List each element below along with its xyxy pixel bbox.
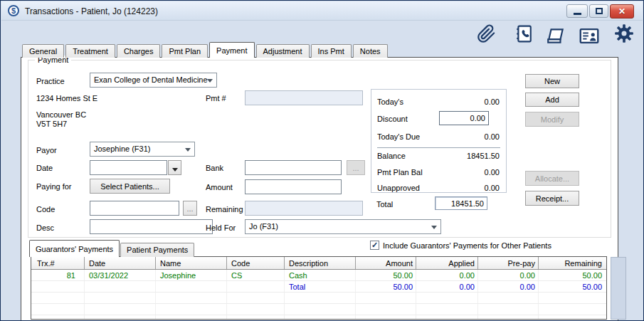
col-date[interactable]: Date — [85, 257, 156, 269]
maximize-button[interactable] — [589, 4, 608, 18]
date-field[interactable] — [90, 160, 167, 175]
table-row-empty — [31, 304, 606, 315]
tab-general[interactable]: General — [22, 44, 64, 58]
tab-guarantors-payments[interactable]: Guarantors' Payments — [29, 240, 120, 257]
contact-card-icon — [579, 27, 599, 45]
dollar-circle-icon: $ — [8, 5, 19, 16]
cell-description: Cash — [285, 270, 356, 280]
tab-charges[interactable]: Charges — [117, 44, 161, 58]
cell-date: 03/31/2022 — [85, 270, 156, 280]
col-remaining[interactable]: Remaining — [539, 257, 606, 269]
paying-for-label: Paying for — [36, 182, 72, 191]
receipt-button[interactable]: Receipt... — [525, 191, 579, 206]
cell-amount: 50.00 — [356, 270, 416, 280]
close-button[interactable]: ✕ — [610, 4, 634, 19]
minimize-button[interactable] — [566, 4, 588, 18]
maximize-icon — [596, 8, 603, 14]
cell-applied: 0.00 — [416, 270, 478, 280]
code-field[interactable] — [90, 201, 179, 216]
address-line1: 1234 Homes St E — [36, 94, 97, 102]
todays-due-label: Today's Due — [377, 132, 420, 141]
ledger-button[interactable] — [546, 26, 566, 46]
add-button[interactable]: Add — [525, 93, 579, 107]
main-tab-strip: General Treatment Charges Pmt Plan Payme… — [22, 42, 389, 58]
discount-label: Discount — [377, 115, 408, 123]
col-description[interactable]: Description — [285, 257, 356, 269]
table-scrollbar[interactable] — [611, 257, 626, 320]
cell-applied: 0.00 — [416, 281, 478, 292]
col-applied[interactable]: Applied — [416, 257, 478, 269]
paperclip-icon — [477, 24, 496, 43]
balance-value: 18451.50 — [467, 152, 500, 160]
settings-button[interactable] — [614, 23, 634, 43]
balance-label: Balance — [377, 152, 406, 160]
held-for-value: Jo (F31) — [249, 222, 278, 231]
select-patients-button[interactable]: Select Patients... — [90, 179, 170, 194]
cell-date — [85, 281, 156, 292]
total-value: 18451.50 — [435, 196, 487, 210]
held-for-label: Held For — [206, 223, 236, 232]
cell-amount: 50.00 — [356, 281, 416, 292]
bank-field[interactable] — [245, 160, 342, 175]
include-guarantors-label: Include Guarantors' Payments for Other P… — [383, 241, 551, 250]
col-name[interactable]: Name — [156, 257, 227, 269]
desc-field[interactable] — [90, 219, 213, 234]
col-prepay[interactable]: Pre-pay — [478, 257, 539, 269]
payments-table[interactable]: Trx.# Date Name Code Description Amount … — [31, 256, 607, 320]
table-total-row: Total 50.00 0.00 0.00 50.00 — [31, 281, 606, 293]
title-bar[interactable]: $ Transactions - Patient, Jo (124223) ✕ — [1, 1, 643, 21]
tab-payment[interactable]: Payment — [209, 42, 254, 58]
date-label: Date — [36, 164, 53, 172]
tab-treatment[interactable]: Treatment — [65, 44, 115, 58]
todays-value: 0.00 — [485, 98, 500, 106]
table-row[interactable]: 81 03/31/2022 Josephine CS Cash 50.00 0.… — [31, 270, 606, 281]
practice-value: Exan College of Dental Medicine — [94, 75, 208, 84]
pmt-plan-bal-value: 0.00 — [485, 168, 500, 177]
col-code[interactable]: Code — [227, 257, 285, 269]
col-trx[interactable]: Trx.# — [31, 257, 85, 269]
cell-remaining: 50.00 — [539, 270, 606, 280]
held-for-select[interactable]: Jo (F31) — [245, 219, 441, 234]
bank-browse-button: ... — [347, 160, 365, 175]
chevron-down-icon — [185, 148, 191, 152]
cell-prepay: 0.00 — [478, 281, 539, 292]
code-browse-button[interactable]: ... — [183, 201, 197, 216]
attachments-button[interactable] — [476, 23, 496, 43]
chevron-down-icon — [431, 226, 437, 229]
col-amount[interactable]: Amount — [356, 257, 416, 269]
new-button[interactable]: New — [525, 74, 579, 88]
tab-adjustment[interactable]: Adjustment — [256, 44, 310, 58]
practice-label: Practice — [36, 77, 65, 85]
table-header-row: Trx.# Date Name Code Description Amount … — [31, 257, 606, 270]
tab-patient-payments[interactable]: Patient Payments — [120, 243, 194, 257]
cell-prepay: 0.00 — [478, 270, 539, 280]
cell-remaining: 50.00 — [539, 281, 606, 292]
cell-trx — [31, 281, 85, 292]
cell-name — [156, 281, 227, 292]
unapproved-value: 0.00 — [485, 184, 500, 192]
tab-notes[interactable]: Notes — [353, 44, 388, 58]
unapproved-label: Unapproved — [377, 184, 420, 192]
payor-select[interactable]: Josephine (F31) — [90, 142, 195, 157]
include-guarantors-checkbox[interactable]: ✓ — [370, 241, 379, 250]
tab-pmt-plan[interactable]: Pmt Plan — [162, 44, 208, 58]
date-dropdown-button[interactable] — [168, 160, 181, 175]
discount-field[interactable] — [439, 111, 489, 125]
amount-field[interactable] — [245, 179, 342, 194]
table-row-empty — [31, 293, 606, 304]
tab-ins-pmt[interactable]: Ins Pmt — [311, 44, 352, 58]
phone-book-button[interactable] — [514, 23, 534, 43]
cell-name: Josephine — [156, 270, 227, 280]
phone-book-icon — [514, 24, 533, 43]
contact-card-button[interactable] — [579, 26, 599, 46]
allocate-button: Allocate... — [525, 171, 579, 186]
address-line3: V5T 5H7 — [36, 120, 67, 128]
gear-icon — [614, 23, 634, 43]
amount-label: Amount — [206, 183, 233, 191]
practice-select[interactable]: Exan College of Dental Medicine — [90, 73, 217, 88]
triangle-down-icon — [172, 168, 178, 172]
desc-label: Desc — [36, 223, 54, 232]
payor-value: Josephine (F31) — [94, 144, 151, 153]
divider — [377, 147, 500, 148]
minimize-icon — [574, 13, 581, 15]
